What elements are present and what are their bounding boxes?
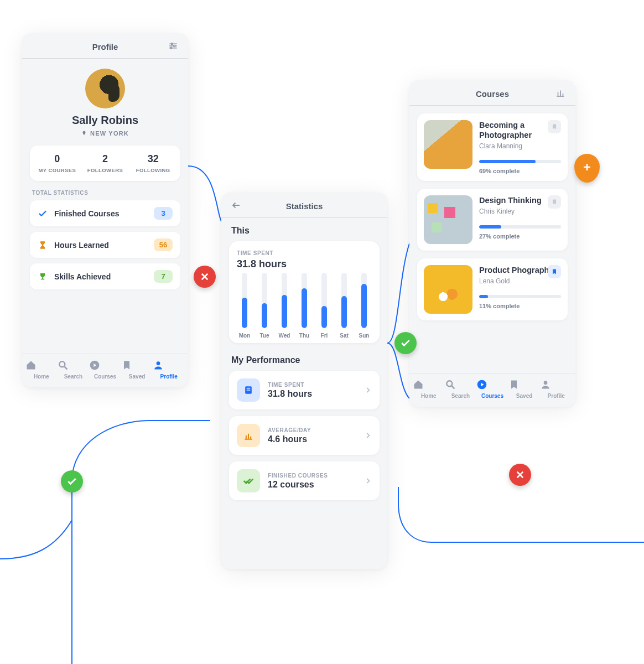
bar-thu: Thu	[298, 273, 311, 339]
hourglass-icon	[38, 240, 48, 250]
tab-courses[interactable]: Courses	[89, 360, 121, 381]
profile-header-title: Profile	[92, 42, 118, 51]
bar-sat: Sat	[337, 273, 351, 339]
settings-sliders-icon[interactable]	[168, 41, 178, 51]
svg-point-5	[170, 47, 172, 49]
accept-pin[interactable]	[61, 470, 83, 492]
bookmark-button[interactable]	[548, 120, 561, 133]
bar-fri: Fri	[318, 273, 331, 339]
svg-point-1	[171, 43, 173, 44]
analytics-icon[interactable]	[555, 88, 565, 98]
course-card[interactable]: Design ThinkingChris Kinley27% complete	[417, 189, 568, 251]
pin-icon	[81, 131, 87, 136]
total-statistics-label: TOTAL STATISTICS	[32, 190, 188, 196]
statistics-screen: Statistics This TIME SPENT 31.8 hours Mo…	[221, 193, 387, 569]
svg-point-6	[59, 361, 65, 367]
svg-line-24	[451, 386, 454, 389]
tab-profile[interactable]: Profile	[540, 379, 572, 400]
bookmark-icon	[508, 379, 541, 390]
bookmark-icon	[121, 360, 153, 371]
badge-finished: 3	[154, 207, 173, 220]
row-skills-achieved[interactable]: Skills Achieved 7	[30, 263, 180, 289]
reject-pin[interactable]	[509, 464, 531, 486]
profile-name: Sally Robins	[22, 114, 188, 127]
time-spent-value: 31.8 hours	[237, 258, 372, 270]
user-icon	[153, 360, 185, 371]
user-icon	[540, 379, 572, 390]
course-card[interactable]: Product PhographyLena Gold11% complete	[417, 258, 568, 320]
tab-home[interactable]: Home	[25, 360, 58, 381]
chevron-right-icon	[364, 477, 372, 485]
chevron-right-icon	[364, 432, 372, 439]
perf-finished-courses[interactable]: FINISHED COURSES 12 courses	[229, 461, 380, 500]
courses-screen: Courses Becoming a PhotographerClara Man…	[409, 80, 575, 407]
add-pin[interactable]	[574, 154, 600, 183]
play-icon	[476, 379, 508, 390]
tab-search[interactable]: Search	[58, 360, 90, 381]
progress-bar	[479, 225, 561, 229]
bar-label: Mon	[239, 333, 251, 339]
bookmark-button[interactable]	[548, 195, 561, 209]
tab-courses[interactable]: Courses	[476, 379, 508, 400]
check-icon	[38, 209, 48, 219]
row-finished-courses[interactable]: Finished Courses 3	[30, 200, 180, 226]
bar-tue: Tue	[258, 273, 271, 339]
time-spent-label: TIME SPENT	[237, 250, 372, 256]
progress-bar	[479, 160, 561, 163]
stat-my-courses[interactable]: 0 MY COURSES	[33, 153, 81, 173]
bar-wed: Wed	[278, 273, 291, 339]
course-thumbnail	[424, 265, 472, 314]
courses-header-title: Courses	[476, 89, 509, 98]
profile-location: NEW YORK	[22, 130, 188, 137]
courses-tabbar: Home Search Courses Saved Profile	[409, 373, 575, 407]
weekly-bars-chart: MonTueWedThuFriSatSun	[237, 278, 372, 339]
course-author: Chris Kinley	[479, 208, 561, 215]
course-thumbnail	[424, 195, 472, 244]
back-button[interactable]	[231, 200, 241, 210]
profile-header: Profile	[22, 33, 188, 59]
profile-tabbar: Home Search Courses Saved Profile	[22, 354, 188, 387]
bar-label: Sun	[359, 333, 370, 339]
course-thumbnail	[424, 120, 472, 169]
perf-average-day[interactable]: AVERAGE/DAY 4.6 hours	[229, 416, 380, 455]
home-icon	[413, 379, 445, 390]
perf-time-spent[interactable]: TIME SPENT 31.8 hours	[229, 371, 380, 409]
row-hours-learned[interactable]: Hours Learned 56	[30, 232, 180, 258]
badge-hours: 56	[154, 238, 173, 251]
bar-label: Sat	[340, 333, 349, 339]
stats-header: Statistics	[221, 193, 387, 218]
profile-stats-row: 0 MY COURSES 2 FOLLOWERS 32 FOLLOWING	[30, 146, 180, 181]
badge-skills: 7	[154, 270, 173, 283]
progress-bar	[479, 295, 561, 298]
svg-point-27	[544, 381, 548, 385]
progress-label: 27% complete	[479, 233, 561, 240]
chevron-right-icon	[364, 386, 372, 394]
courses-list: Becoming a PhotographerClara Manning69% …	[409, 113, 575, 320]
bar-mon: Mon	[238, 273, 251, 339]
search-icon	[445, 379, 477, 390]
tab-saved[interactable]: Saved	[121, 360, 153, 381]
tab-profile[interactable]: Profile	[153, 360, 185, 381]
progress-label: 11% complete	[479, 303, 561, 309]
time-spent-card: TIME SPENT 31.8 hours MonTueWedThuFriSat…	[229, 241, 380, 343]
book-icon	[237, 378, 260, 402]
double-check-icon	[237, 469, 260, 492]
my-performance-label: My Performance	[231, 355, 377, 365]
bookmark-button[interactable]	[548, 265, 561, 278]
stats-period-label: This	[231, 226, 377, 236]
progress-label: 69% complete	[479, 168, 561, 174]
avatar[interactable]	[85, 69, 125, 108]
reject-pin[interactable]	[194, 266, 216, 288]
svg-point-10	[157, 361, 160, 365]
svg-line-7	[64, 367, 67, 370]
svg-point-23	[446, 381, 452, 386]
tab-search[interactable]: Search	[445, 379, 477, 400]
course-card[interactable]: Becoming a PhotographerClara Manning69% …	[417, 113, 568, 181]
bar-label: Wed	[279, 333, 290, 339]
home-icon	[25, 360, 58, 371]
tab-home[interactable]: Home	[413, 379, 445, 400]
stat-following[interactable]: 32 FOLLOWING	[129, 153, 177, 173]
stat-followers[interactable]: 2 FOLLOWERS	[81, 153, 129, 173]
tab-saved[interactable]: Saved	[508, 379, 541, 400]
accept-pin[interactable]	[394, 332, 417, 354]
